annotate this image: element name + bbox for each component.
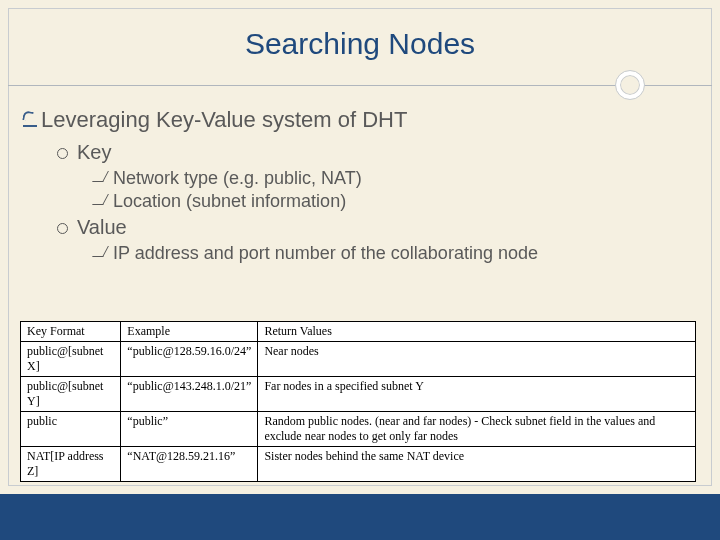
- table-cell: “public@128.59.16.0/24”: [121, 342, 258, 377]
- table-row: NAT[IP address Z] “NAT@128.59.21.16” Sis…: [21, 447, 696, 482]
- table-cell: public: [21, 412, 121, 447]
- content-area: Leveraging Key-Value system of DHT Key N…: [23, 107, 697, 266]
- table-cell: public@[subnet Y]: [21, 377, 121, 412]
- table-cell: public@[subnet X]: [21, 342, 121, 377]
- table-cell: “public@143.248.1.0/21”: [121, 377, 258, 412]
- table-cell: “public”: [121, 412, 258, 447]
- table-row: public “public” Random public nodes. (ne…: [21, 412, 696, 447]
- bullet-l3: IP address and port number of the collab…: [95, 243, 697, 264]
- bullet-l3-text: IP address and port number of the collab…: [113, 243, 538, 263]
- divider-circle-icon: [616, 71, 644, 99]
- slide-title: Searching Nodes: [9, 9, 711, 61]
- table-cell: Sister nodes behind the same NAT device: [258, 447, 696, 482]
- bullet-l3: Location (subnet information): [95, 191, 697, 212]
- table-cell: Far nodes in a specified subnet Y: [258, 377, 696, 412]
- lookup-table: Key Format Example Return Values public@…: [20, 321, 696, 482]
- bullet-l2-text: Key: [77, 141, 111, 163]
- table-header: Return Values: [258, 322, 696, 342]
- bullet-l3-text: Location (subnet information): [113, 191, 346, 211]
- table-row: public@[subnet X] “public@128.59.16.0/24…: [21, 342, 696, 377]
- divider: [8, 85, 712, 86]
- bullet-l2-key: Key: [57, 141, 697, 164]
- table-cell: Near nodes: [258, 342, 696, 377]
- footer-bar: [0, 494, 720, 540]
- bullet-l3: Network type (e.g. public, NAT): [95, 168, 697, 189]
- bullet-l3-text: Network type (e.g. public, NAT): [113, 168, 362, 188]
- slide: Searching Nodes Leveraging Key-Value sys…: [0, 0, 720, 540]
- bullet-l2-text: Value: [77, 216, 127, 238]
- table-header: Example: [121, 322, 258, 342]
- table-header-row: Key Format Example Return Values: [21, 322, 696, 342]
- bullet-l2-value: Value: [57, 216, 697, 239]
- table-header: Key Format: [21, 322, 121, 342]
- table-cell: NAT[IP address Z]: [21, 447, 121, 482]
- table-row: public@[subnet Y] “public@143.248.1.0/21…: [21, 377, 696, 412]
- table-cell: “NAT@128.59.21.16”: [121, 447, 258, 482]
- bullet-l1: Leveraging Key-Value system of DHT: [23, 107, 697, 133]
- divider-line: [8, 85, 712, 86]
- bullet-l1-text: Leveraging Key-Value system of DHT: [41, 107, 407, 132]
- table-cell: Random public nodes. (near and far nodes…: [258, 412, 696, 447]
